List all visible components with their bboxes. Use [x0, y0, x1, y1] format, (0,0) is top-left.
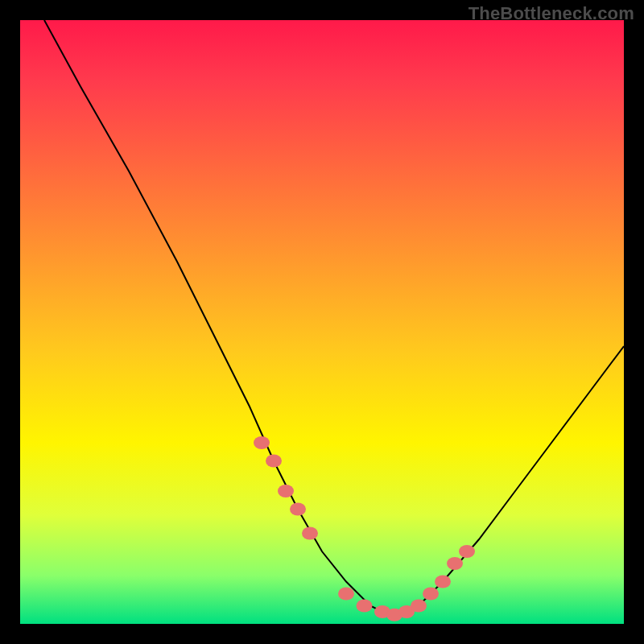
data-marker [278, 485, 294, 497]
data-marker [266, 455, 282, 468]
data-markers [254, 436, 475, 621]
chart-overlay [20, 20, 624, 624]
data-marker [459, 545, 475, 558]
data-marker [254, 436, 270, 449]
data-marker [338, 588, 354, 601]
watermark-text: TheBottleneck.com [469, 3, 634, 24]
data-marker [435, 576, 451, 588]
bottleneck-curve [44, 20, 624, 615]
data-marker [411, 600, 427, 613]
data-marker [290, 503, 306, 516]
data-marker [447, 557, 463, 570]
data-marker [423, 588, 439, 601]
chart-container: TheBottleneck.com [0, 0, 644, 644]
data-marker [357, 600, 373, 613]
data-marker [302, 527, 318, 540]
